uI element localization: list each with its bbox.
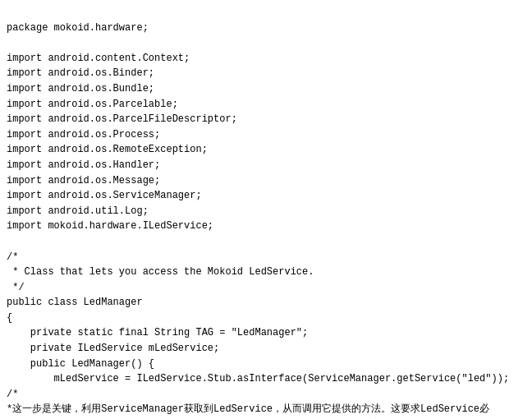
code-line: /* (7, 387, 525, 403)
code-line: private ILedService mLedService; (7, 341, 525, 357)
code-line: /* (7, 250, 525, 265)
code-line: import android.os.Bundle; (7, 81, 525, 97)
code-line: import mokoid.hardware.ILedService; (7, 219, 525, 234)
code-line: import android.os.Process; (7, 127, 525, 143)
code-line: import android.content.Context; (7, 51, 525, 67)
code-line: import android.os.Handler; (7, 158, 525, 173)
code-line: ​ (7, 234, 525, 250)
code-line: * Class that lets you access the Mokoid … (7, 265, 525, 280)
code-line: { (7, 311, 525, 326)
code-editor: package mokoid.hardware;​import android.… (0, 0, 532, 419)
code-line: import android.os.ParcelFileDescriptor; (7, 112, 525, 127)
code-line: import android.os.Parcelable; (7, 97, 525, 113)
code-line: private static final String TAG = "LedMa… (7, 325, 525, 341)
code-line: import android.os.RemoteException; (7, 142, 525, 158)
code-line: import android.os.Message; (7, 173, 525, 189)
code-line: import android.util.Log; (7, 204, 525, 219)
code-line: */ (7, 280, 525, 296)
code-line: mLedService = ILedService.Stub.asInterfa… (7, 371, 525, 387)
code-line: import android.os.Binder; (7, 66, 525, 81)
code-line: import android.os.ServiceManager; (7, 188, 525, 204)
code-line: public class LedManager (7, 295, 525, 311)
code-line: ​ (7, 35, 525, 51)
code-line: public LedManager() { (7, 357, 525, 372)
code-line: *这一步是关键，利用ServiceManager获取到LedService，从而… (7, 402, 525, 417)
code-line: package mokoid.hardware; (7, 21, 525, 36)
